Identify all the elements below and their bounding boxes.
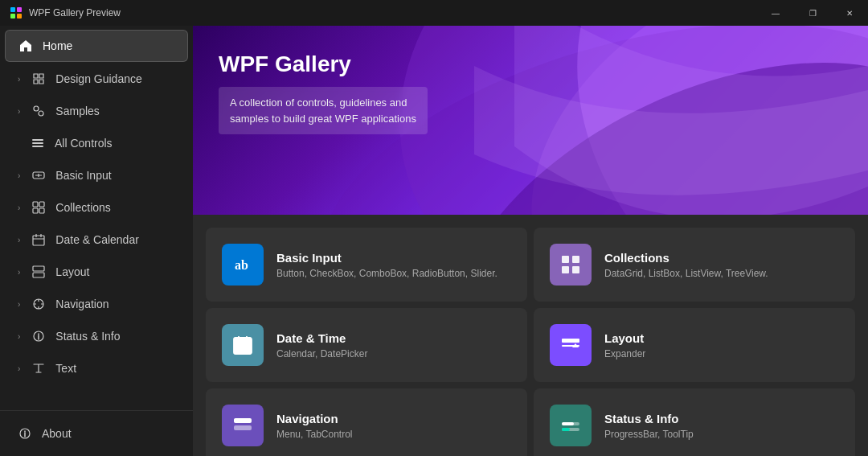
svg-rect-1 — [17, 7, 22, 12]
card-desc-navigation: Menu, TabControl — [276, 429, 511, 440]
chevron-icon-layout: › — [18, 268, 20, 277]
maximize-button[interactable]: ❐ — [794, 0, 831, 26]
sidebar-item-label-collections: Collections — [55, 201, 175, 214]
card-title-collections: Collections — [604, 251, 839, 265]
card-info-layout: Layout Expander — [604, 331, 839, 359]
sidebar-item-basic-input[interactable]: › Basic Input — [5, 160, 188, 191]
card-icon-basic-input: ab — [222, 244, 264, 286]
card-title-basic-input: Basic Input — [276, 251, 511, 265]
chevron-icon-design: › — [18, 75, 20, 84]
svg-rect-3 — [17, 14, 22, 18]
svg-rect-33 — [245, 346, 248, 348]
app-icon — [10, 6, 23, 19]
card-info-date-time: Date & Time Calendar, DatePicker — [276, 331, 511, 359]
svg-rect-11 — [39, 202, 44, 207]
minimize-button[interactable]: — — [757, 0, 794, 26]
sidebar-item-label-all-controls: All Controls — [55, 137, 175, 150]
svg-rect-16 — [33, 273, 44, 277]
svg-rect-32 — [241, 346, 244, 348]
sidebar-item-design-guidance[interactable]: › Design Guidance — [5, 64, 188, 94]
card-basic-input[interactable]: ab Basic Input Button, CheckBox, ComboBo… — [206, 228, 527, 302]
chevron-icon-date: › — [18, 236, 20, 244]
card-desc-status-info: ProgressBar, ToolTip — [604, 429, 839, 440]
card-icon-status-info — [550, 405, 592, 446]
card-collections[interactable]: Collections DataGrid, ListBox, ListView,… — [534, 228, 855, 302]
hero-title: WPF Gallery — [219, 51, 428, 77]
cards-grid: ab Basic Input Button, CheckBox, ComboBo… — [193, 215, 868, 456]
svg-rect-42 — [562, 428, 570, 431]
sidebar-item-layout[interactable]: › Layout — [5, 257, 188, 287]
card-desc-layout: Expander — [604, 348, 839, 359]
chevron-icon-basic-input: › — [18, 171, 20, 180]
card-title-navigation: Navigation — [276, 412, 511, 425]
card-title-layout: Layout — [604, 331, 839, 345]
card-title-status-info: Status & Info — [604, 412, 839, 425]
chevron-icon-text: › — [18, 364, 20, 373]
svg-rect-10 — [33, 202, 38, 207]
sidebar-item-label-date-calendar: Date & Calendar — [55, 233, 175, 246]
card-desc-collections: DataGrid, ListBox, ListView, TreeView. — [604, 268, 839, 279]
card-status-info[interactable]: Status & Info ProgressBar, ToolTip — [534, 388, 855, 456]
sidebar-item-all-controls[interactable]: All Controls — [5, 128, 188, 158]
main-content: WPF Gallery A collection of controls, gu… — [193, 26, 868, 456]
svg-rect-27 — [572, 256, 579, 263]
sidebar-item-label-home: Home — [43, 39, 174, 52]
sidebar-item-about[interactable]: About — [5, 418, 188, 449]
sidebar-item-label-layout: Layout — [55, 265, 175, 278]
title-bar-left: WPF Gallery Preview — [0, 6, 121, 19]
card-icon-navigation — [222, 405, 264, 446]
sidebar-item-text[interactable]: › Text — [5, 353, 188, 384]
samples-icon — [31, 104, 46, 118]
sidebar-bottom: About — [0, 410, 193, 456]
svg-rect-29 — [572, 266, 579, 273]
svg-point-4 — [34, 106, 39, 111]
svg-rect-12 — [33, 208, 38, 213]
design-guidance-icon — [31, 72, 46, 86]
sidebar-item-navigation[interactable]: › Navigation — [5, 289, 188, 319]
card-info-status-info: Status & Info ProgressBar, ToolTip — [604, 412, 839, 440]
svg-rect-13 — [39, 208, 44, 213]
card-navigation[interactable]: Navigation Menu, TabControl — [206, 388, 527, 456]
card-layout[interactable]: Layout Expander — [534, 308, 855, 382]
card-info-basic-input: Basic Input Button, CheckBox, ComboBox, … — [276, 251, 511, 279]
svg-rect-38 — [234, 419, 240, 422]
svg-point-5 — [39, 111, 43, 116]
status-info-icon — [31, 329, 46, 343]
app-container: Home › Design Guidance › Samples All Con… — [0, 26, 868, 456]
chevron-icon-samples: › — [18, 107, 20, 116]
svg-rect-40 — [562, 422, 574, 425]
card-desc-basic-input: Button, CheckBox, ComboBox, RadioButton,… — [276, 268, 511, 279]
svg-rect-34 — [562, 339, 579, 343]
card-icon-date-time — [222, 324, 264, 366]
collections-icon — [31, 200, 46, 215]
date-calendar-icon — [31, 232, 46, 247]
sidebar-item-label-about: About — [42, 427, 175, 440]
layout-icon — [31, 265, 46, 279]
sidebar-item-date-calendar[interactable]: › Date & Calendar — [5, 224, 188, 255]
card-info-collections: Collections DataGrid, ListBox, ListView,… — [604, 251, 839, 279]
svg-rect-7 — [32, 142, 43, 144]
svg-rect-37 — [234, 425, 252, 430]
card-date-time[interactable]: Date & Time Calendar, DatePicker — [206, 308, 527, 382]
sidebar-item-label-design: Design Guidance — [55, 72, 175, 85]
sidebar: Home › Design Guidance › Samples All Con… — [0, 26, 193, 456]
sidebar-item-collections[interactable]: › Collections — [5, 192, 188, 223]
sidebar-item-samples[interactable]: › Samples — [5, 96, 188, 126]
sidebar-item-home[interactable]: Home — [5, 30, 188, 62]
sidebar-item-label-status-info: Status & Info — [55, 330, 175, 343]
svg-rect-6 — [32, 139, 43, 141]
chevron-icon-collections: › — [18, 203, 20, 212]
navigation-icon — [31, 297, 46, 311]
sidebar-item-status-info[interactable]: › Status & Info — [5, 321, 188, 351]
close-button[interactable]: ✕ — [831, 0, 868, 26]
chevron-icon-navigation: › — [18, 300, 20, 309]
svg-text:ab: ab — [235, 258, 248, 272]
svg-rect-31 — [237, 346, 240, 348]
basic-input-icon — [31, 168, 46, 183]
card-title-date-time: Date & Time — [276, 331, 511, 345]
svg-rect-8 — [32, 146, 43, 147]
sidebar-item-label-navigation: Navigation — [55, 298, 175, 310]
all-controls-icon — [31, 136, 45, 150]
title-bar: WPF Gallery Preview — ❐ ✕ — [0, 0, 868, 26]
app-title: WPF Gallery Preview — [29, 7, 121, 18]
